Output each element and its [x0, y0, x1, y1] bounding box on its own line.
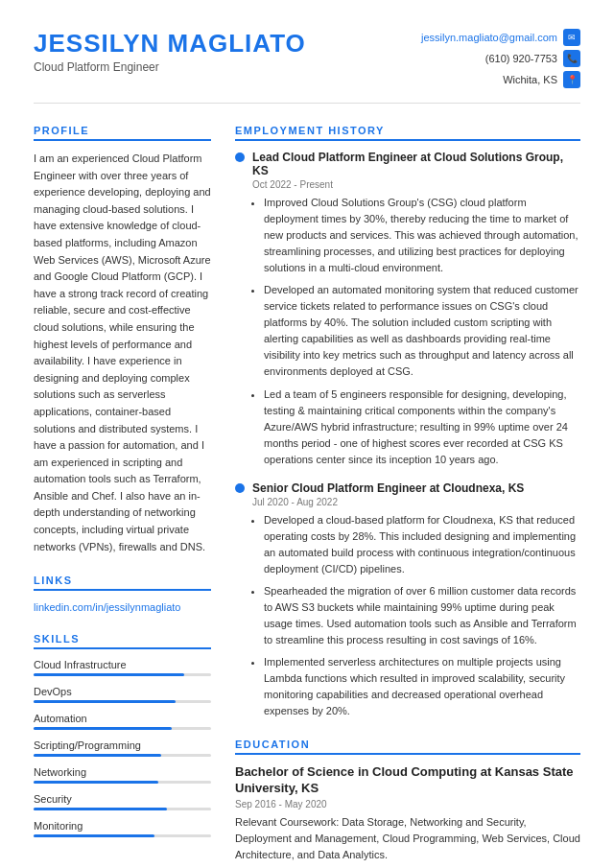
job-bullet: Developed a cloud-based platform for Clo…	[264, 512, 580, 577]
skill-bar-bg	[34, 700, 211, 703]
linkedin-link[interactable]: linkedin.com/in/jessilynmagliato	[34, 601, 180, 613]
phone-text: (610) 920-7753	[485, 53, 557, 64]
education-degree: Bachelor of Science in Cloud Computing a…	[235, 764, 580, 797]
candidate-name: JESSILYN MAGLIATO	[34, 29, 306, 59]
profile-heading: PROFILE	[34, 125, 211, 141]
skill-item: Automation	[34, 713, 211, 730]
job-dot	[235, 152, 245, 162]
email-text[interactable]: jessilyn.magliato@gmail.com	[421, 32, 557, 43]
links-section: LINKS linkedin.com/in/jessilynmagliato	[34, 575, 211, 614]
job-title: Lead Cloud Platform Engineer at Cloud So…	[252, 151, 580, 177]
skill-item: Cloud Infrastructure	[34, 659, 211, 676]
location-text: Wichita, KS	[503, 74, 557, 85]
job-bullet: Spearheaded the migration of over 6 mill…	[264, 583, 580, 648]
education-coursework: Relevant Coursework: Data Storage, Netwo…	[235, 814, 580, 863]
left-column: PROFILE I am an experienced Cloud Platfo…	[34, 125, 211, 868]
skill-bar-fill	[34, 700, 176, 703]
skill-name: Automation	[34, 713, 211, 724]
skill-name: Security	[34, 793, 211, 805]
header-section: JESSILYN MAGLIATO Cloud Platform Enginee…	[34, 29, 580, 104]
education-section: EDUCATION Bachelor of Science in Cloud C…	[235, 739, 580, 863]
skill-bar-bg	[34, 754, 211, 757]
candidate-title: Cloud Platform Engineer	[34, 60, 306, 74]
skill-bar-fill	[34, 727, 172, 730]
skill-name: Monitoring	[34, 820, 211, 832]
skill-bar-bg	[34, 834, 211, 837]
job-bullet: Led a team of 5 engineers responsible fo…	[264, 387, 580, 468]
profile-text: I am an experienced Cloud Platform Engin…	[34, 151, 211, 555]
skills-section: SKILLS Cloud Infrastructure DevOps Autom…	[34, 633, 211, 837]
location-contact: Wichita, KS 📍	[503, 71, 580, 88]
job-bullet: Implemented serverless architectures on …	[264, 654, 580, 719]
skill-bar-bg	[34, 781, 211, 784]
skill-bar-fill	[34, 781, 158, 784]
skill-bar-bg	[34, 673, 211, 676]
email-icon: ✉	[563, 29, 580, 46]
skill-bar-fill	[34, 808, 167, 810]
job-dot	[235, 483, 245, 493]
main-layout: PROFILE I am an experienced Cloud Platfo…	[34, 125, 580, 868]
links-heading: LINKS	[34, 575, 211, 591]
right-column: EMPLOYMENT HISTORY Lead Cloud Platform E…	[235, 125, 580, 868]
skill-item: Scripting/Programming	[34, 739, 211, 757]
skills-heading: SKILLS	[34, 633, 211, 649]
skill-bar-fill	[34, 834, 154, 837]
skill-name: Scripting/Programming	[34, 739, 211, 751]
skill-name: Networking	[34, 766, 211, 778]
skill-bar-fill	[34, 673, 184, 676]
skills-list: Cloud Infrastructure DevOps Automation S…	[34, 659, 211, 837]
jobs-list: Lead Cloud Platform Engineer at Cloud So…	[235, 151, 580, 719]
skill-bar-bg	[34, 727, 211, 730]
header-right: jessilyn.magliato@gmail.com ✉ (610) 920-…	[421, 29, 580, 88]
header-left: JESSILYN MAGLIATO Cloud Platform Enginee…	[34, 29, 306, 74]
job-header: Senior Cloud Platform Engineer at Cloudn…	[235, 481, 580, 495]
skill-name: DevOps	[34, 686, 211, 697]
employment-section: EMPLOYMENT HISTORY Lead Cloud Platform E…	[235, 125, 580, 719]
job-title: Senior Cloud Platform Engineer at Cloudn…	[252, 481, 524, 495]
education-heading: EDUCATION	[235, 739, 580, 755]
employment-heading: EMPLOYMENT HISTORY	[235, 125, 580, 141]
job-bullets: Improved Cloud Solutions Group's (CSG) c…	[252, 195, 580, 468]
phone-icon: 📞	[563, 50, 580, 67]
skill-bar-fill	[34, 754, 161, 757]
skill-item: DevOps	[34, 686, 211, 703]
email-contact: jessilyn.magliato@gmail.com ✉	[421, 29, 580, 46]
job-header: Lead Cloud Platform Engineer at Cloud So…	[235, 151, 580, 177]
job-date: Oct 2022 - Present	[252, 179, 580, 190]
education-date: Sep 2016 - May 2020	[235, 799, 580, 809]
phone-contact: (610) 920-7753 📞	[485, 50, 580, 67]
job-bullet: Improved Cloud Solutions Group's (CSG) c…	[264, 195, 580, 276]
resume: JESSILYN MAGLIATO Cloud Platform Enginee…	[0, 0, 614, 868]
job-item: Senior Cloud Platform Engineer at Cloudn…	[235, 481, 580, 720]
skill-item: Security	[34, 793, 211, 810]
job-bullets: Developed a cloud-based platform for Clo…	[252, 512, 580, 720]
location-icon: 📍	[563, 71, 580, 88]
job-date: Jul 2020 - Aug 2022	[252, 497, 580, 507]
skill-item: Monitoring	[34, 820, 211, 837]
job-bullet: Developed an automated monitoring system…	[264, 282, 580, 380]
profile-section: PROFILE I am an experienced Cloud Platfo…	[34, 125, 211, 555]
skill-item: Networking	[34, 766, 211, 784]
skill-name: Cloud Infrastructure	[34, 659, 211, 670]
skill-bar-bg	[34, 808, 211, 810]
job-item: Lead Cloud Platform Engineer at Cloud So…	[235, 151, 580, 468]
